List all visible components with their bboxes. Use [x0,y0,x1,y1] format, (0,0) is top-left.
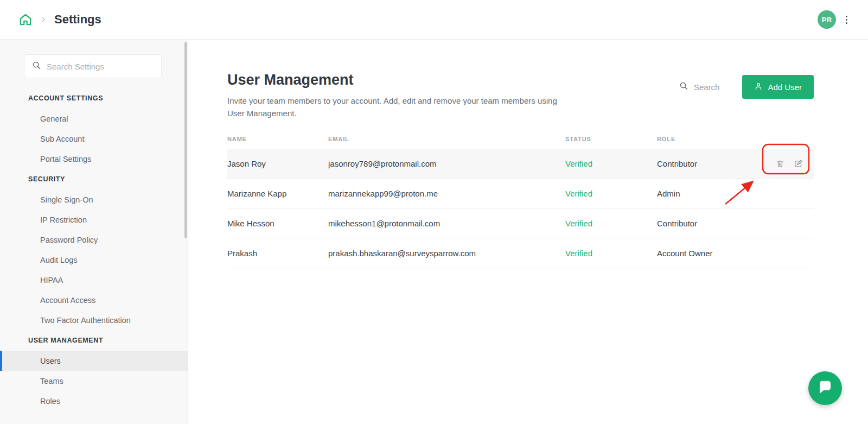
chat-launcher[interactable] [808,371,842,405]
sidebar-item-general[interactable]: General [0,109,188,129]
cell-email: jasonroy789@protonmail.com [328,159,565,168]
person-icon [754,82,763,92]
sidebar-item-ip-restriction[interactable]: IP Restriction [0,210,188,230]
table-row[interactable]: Mike Hesson mikehesson1@protonmail.com V… [227,208,814,238]
chat-bubble-icon [817,379,833,397]
sidebar-search-input[interactable] [47,62,154,71]
cell-role: Admin [657,189,773,198]
sidebar-item-account-access[interactable]: Account Access [0,290,188,310]
table-search[interactable]: Search [679,81,720,93]
topbar: Settings PR [0,0,868,40]
user-management-panel: User Management Invite your team members… [188,40,868,424]
cell-role: Contributor [657,159,773,168]
cell-name: Prakash [227,249,328,258]
sidebar-item-roles[interactable]: Roles [0,391,188,411]
search-icon [32,61,41,72]
sidebar-item-users[interactable]: Users [0,351,188,371]
sidebar-item-sub-account[interactable]: Sub Account [0,129,188,149]
edit-icon[interactable] [794,159,803,168]
cell-email: marizannekapp99@proton.me [328,189,565,198]
col-header-role: ROLE [657,136,773,142]
page-title: Settings [54,12,101,27]
col-header-email: EMAIL [328,136,565,142]
settings-sidebar: ACCOUNT SETTINGS General Sub Account Por… [0,40,188,424]
col-header-status: STATUS [565,136,657,142]
cell-name: Jason Roy [227,159,328,168]
cell-status: Verified [565,249,657,258]
col-header-name: NAME [227,136,328,142]
table-header-row: NAME EMAIL STATUS ROLE [227,136,814,149]
cell-role: Contributor [657,219,773,228]
sidebar-item-password-policy[interactable]: Password Policy [0,230,188,250]
sidebar-search-box[interactable] [24,54,162,78]
home-icon[interactable] [18,12,33,27]
table-row[interactable]: Jason Roy jasonroy789@protonmail.com Ver… [227,149,814,179]
table-row[interactable]: Prakash prakash.bhaskaran@surveysparrow.… [227,238,814,268]
add-user-button[interactable]: Add User [742,75,814,99]
cell-name: Mike Hesson [227,219,328,228]
sidebar-item-audit-logs[interactable]: Audit Logs [0,250,188,270]
section-security: SECURITY [0,169,188,189]
cell-email: prakash.bhaskaran@surveysparrow.com [328,249,565,258]
kebab-menu-icon[interactable] [844,14,850,26]
cell-status: Verified [565,189,657,198]
sidebar-item-two-factor-authentication[interactable]: Two Factor Authentication [0,310,188,330]
cell-name: Marizanne Kapp [227,189,328,198]
section-user-management: USER MANAGEMENT [0,330,188,351]
sidebar-item-single-sign-on[interactable]: Single Sign-On [0,189,188,210]
cell-email: mikehesson1@protonmail.com [328,219,565,228]
title-block: User Management Invite your team members… [227,72,566,119]
trash-icon[interactable] [776,159,784,168]
breadcrumb: Settings [18,12,101,27]
users-table: NAME EMAIL STATUS ROLE Jason Roy jasonro… [227,136,814,268]
table-row[interactable]: Marizanne Kapp marizannekapp99@proton.me… [227,179,814,208]
sidebar-item-hipaa[interactable]: HIPAA [0,270,188,290]
section-account-settings: ACCOUNT SETTINGS [0,88,188,109]
sidebar-item-teams[interactable]: Teams [0,371,188,391]
row-actions [773,159,814,168]
settings-nav: ACCOUNT SETTINGS General Sub Account Por… [0,78,188,411]
avatar[interactable]: PR [818,10,836,29]
sidebar-item-portal-settings[interactable]: Portal Settings [0,149,188,169]
cell-status: Verified [565,159,657,168]
add-user-label: Add User [768,83,802,92]
section-title: User Management [227,72,566,88]
sidebar-scrollbar[interactable] [184,42,187,238]
chevron-right-icon [40,16,47,23]
search-icon [679,81,688,93]
cell-status: Verified [565,219,657,228]
section-subtitle: Invite your team members to your account… [227,95,566,119]
cell-role: Account Owner [657,249,773,258]
table-search-placeholder: Search [694,83,720,92]
